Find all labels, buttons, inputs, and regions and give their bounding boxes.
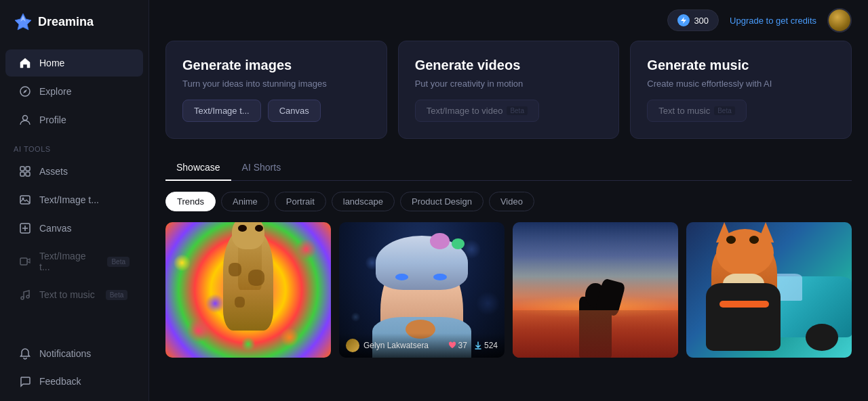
sidebar-item-assets-label: Assets <box>39 166 68 177</box>
download-icon <box>474 341 482 350</box>
image-icon <box>19 194 31 206</box>
card-user-avatar <box>346 339 359 352</box>
filter-anime[interactable]: Anime <box>221 192 269 211</box>
logo[interactable]: Dreamina <box>0 0 149 43</box>
text-image-button[interactable]: Text/Image t... <box>182 100 261 122</box>
music-btn-beta: Beta <box>714 106 735 115</box>
user-icon <box>19 114 31 126</box>
filter-video[interactable]: Video <box>489 192 534 211</box>
avatar-image <box>829 9 850 31</box>
likes-value: 37 <box>458 341 467 350</box>
sidebar-item-profile-label: Profile <box>39 114 66 125</box>
tab-ai-shorts[interactable]: AI Shorts <box>231 155 292 181</box>
credits-value: 300 <box>694 16 709 26</box>
sidebar-item-home-label: Home <box>39 58 64 68</box>
generate-videos-buttons: Text/Image to video Beta <box>415 100 603 122</box>
downloads-value: 524 <box>484 341 498 350</box>
text-to-music-button[interactable]: Text to music Beta <box>647 100 746 122</box>
sidebar-item-text-image-video-label: Text/Image t... <box>39 251 96 272</box>
generate-images-desc: Turn your ideas into stunning images <box>182 79 370 89</box>
filter-landscape[interactable]: landscape <box>332 192 395 211</box>
sidebar-item-explore[interactable]: Explore <box>5 78 143 105</box>
filter-product-design[interactable]: Product Design <box>400 192 484 211</box>
sidebar: Dreamina Home Explore <box>0 0 149 401</box>
video-icon <box>19 255 31 268</box>
video-btn-beta: Beta <box>507 106 528 115</box>
lightning-icon <box>677 14 690 26</box>
generate-music-title: Generate music <box>647 58 835 73</box>
feature-cards-grid: Generate images Turn your ideas into stu… <box>165 41 852 139</box>
tab-showcase[interactable]: Showcase <box>165 155 231 181</box>
content-area: Generate images Turn your ideas into stu… <box>149 41 868 401</box>
svg-point-12 <box>21 297 24 299</box>
image-card-portrait-overlay: Gelyn Lakwatsera 37 <box>339 333 505 358</box>
sidebar-item-assets[interactable]: Assets <box>5 158 143 185</box>
sidebar-item-feedback[interactable]: Feedback <box>5 368 143 395</box>
svg-point-9 <box>22 198 24 200</box>
card-user-info: Gelyn Lakwatsera <box>346 339 429 352</box>
home-icon <box>19 57 31 69</box>
filter-portrait[interactable]: Portrait <box>275 192 326 211</box>
image-card-portrait[interactable]: Gelyn Lakwatsera 37 <box>339 222 505 358</box>
sidebar-item-text-music[interactable]: Text to music Beta <box>5 281 143 308</box>
heart-icon <box>448 341 456 350</box>
canvas-icon <box>19 222 31 234</box>
main-nav: Home Explore Profile AI tools <box>0 43 149 337</box>
credits-badge[interactable]: 300 <box>667 9 719 31</box>
sidebar-item-explore-label: Explore <box>39 86 71 97</box>
generate-videos-title: Generate videos <box>415 58 603 73</box>
header: 300 Upgrade to get credits <box>149 0 868 41</box>
image-card-cat[interactable] <box>686 222 852 358</box>
generate-videos-card[interactable]: Generate videos Put your creativity in m… <box>398 41 620 139</box>
generate-images-title: Generate images <box>182 58 370 73</box>
downloads-stat: 524 <box>474 341 498 350</box>
generate-music-card[interactable]: Generate music Create music effortlessly… <box>630 41 852 139</box>
main-content: 300 Upgrade to get credits Generate imag… <box>149 0 868 401</box>
sidebar-item-profile[interactable]: Profile <box>5 106 143 133</box>
sidebar-item-home[interactable]: Home <box>5 49 143 77</box>
generate-images-card[interactable]: Generate images Turn your ideas into stu… <box>165 41 387 139</box>
svg-rect-5 <box>26 167 30 171</box>
filter-trends[interactable]: Trends <box>165 192 216 211</box>
sidebar-item-feedback-label: Feedback <box>39 376 81 387</box>
ai-tools-label: AI tools <box>0 134 149 157</box>
sidebar-item-canvas[interactable]: Canvas <box>5 215 143 242</box>
svg-rect-8 <box>20 196 30 204</box>
bell-icon <box>19 347 31 360</box>
compass-icon <box>19 85 31 98</box>
svg-rect-4 <box>20 167 24 171</box>
svg-point-13 <box>26 295 29 298</box>
video-beta-badge: Beta <box>107 257 130 267</box>
generate-images-buttons: Text/Image t... Canvas <box>182 100 370 122</box>
sidebar-item-text-image-video[interactable]: Text/Image t... Beta <box>5 243 143 280</box>
svg-rect-6 <box>20 172 24 176</box>
text-image-video-button[interactable]: Text/Image to video Beta <box>415 100 539 122</box>
svg-rect-11 <box>20 258 27 265</box>
image-card-landscape[interactable] <box>513 222 678 358</box>
avatar[interactable] <box>827 8 852 33</box>
chat-icon <box>19 375 31 387</box>
generate-music-desc: Create music effortlessly with AI <box>647 79 835 89</box>
text-image-video-label: Text/Image to video <box>427 106 503 116</box>
sidebar-item-text-image[interactable]: Text/Image t... <box>5 186 143 213</box>
assets-icon <box>19 165 31 177</box>
dreamina-logo-icon <box>14 12 33 31</box>
generate-music-buttons: Text to music Beta <box>647 100 835 122</box>
svg-rect-7 <box>26 172 30 176</box>
image-card-giraffe[interactable] <box>165 222 331 358</box>
text-to-music-label: Text to music <box>658 106 710 116</box>
showcase-tabs: Showcase AI Shorts <box>165 155 852 181</box>
sidebar-item-text-image-label: Text/Image t... <box>39 194 99 205</box>
sidebar-item-notifications-label: Notifications <box>39 348 91 359</box>
svg-point-3 <box>23 116 28 121</box>
sidebar-item-notifications[interactable]: Notifications <box>5 340 143 367</box>
sidebar-item-text-music-label: Text to music <box>39 289 95 300</box>
canvas-button[interactable]: Canvas <box>268 100 321 122</box>
sidebar-item-canvas-label: Canvas <box>39 223 71 234</box>
card-user-name: Gelyn Lakwatsera <box>363 341 429 350</box>
upgrade-link[interactable]: Upgrade to get credits <box>730 16 816 26</box>
filter-pills: Trends Anime Portrait landscape Product … <box>165 192 852 211</box>
generate-videos-desc: Put your creativity in motion <box>415 79 603 89</box>
sidebar-bottom: Notifications Feedback <box>0 337 149 401</box>
app-name: Dreamina <box>38 15 94 29</box>
